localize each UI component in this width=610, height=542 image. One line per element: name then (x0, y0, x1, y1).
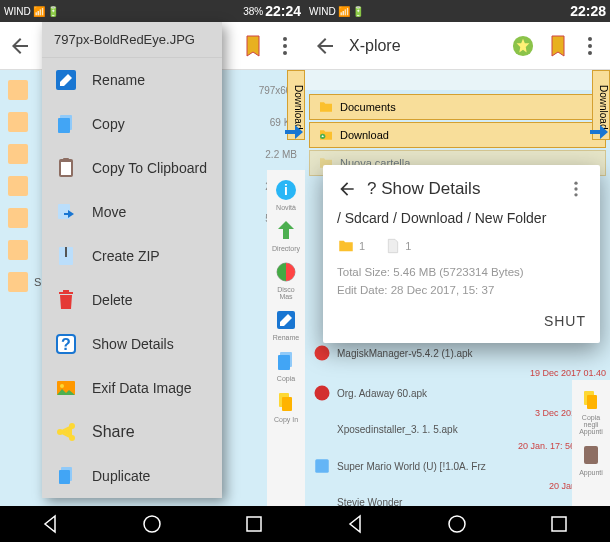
svg-point-0 (283, 37, 287, 41)
file-row[interactable]: Xposedinstaller_3. 1. 5.apk (309, 418, 606, 441)
dialog-overflow-icon[interactable] (566, 179, 586, 199)
menu-label: Share (92, 423, 135, 441)
svg-rect-42 (587, 395, 597, 409)
svg-rect-19 (65, 247, 67, 257)
sidebar-item[interactable]: Directory (270, 219, 302, 252)
svg-point-47 (449, 516, 465, 532)
carrier-label: WIND (4, 6, 31, 17)
star-icon[interactable] (512, 35, 534, 57)
nav-back-icon[interactable] (39, 512, 63, 536)
menu-item-duplicate[interactable]: Duplicate (42, 454, 222, 498)
nav-home-icon[interactable] (140, 512, 164, 536)
status-icons: 📶 🔋 (33, 6, 60, 17)
svg-rect-30 (59, 470, 70, 484)
menu-label: Copy (92, 116, 125, 132)
dialog-path: / Sdcard / Download / New Folder (337, 209, 586, 229)
sidebar: iNovità Directory Disco Mas Rename Copia… (267, 170, 305, 512)
sidebar: Copia negli Appunti Appunti (572, 380, 610, 512)
svg-point-1 (283, 44, 287, 48)
folder-row[interactable]: Download (309, 122, 606, 148)
status-time: 22:28 (570, 3, 606, 19)
menu-item-details[interactable]: ? Show Details (42, 322, 222, 366)
nav-back-icon[interactable] (344, 512, 368, 536)
nav-recent-icon[interactable] (242, 512, 266, 536)
menu-item-clipboard[interactable]: Copy To Clipboard (42, 146, 222, 190)
sidebar-item[interactable]: Rename (270, 308, 302, 341)
svg-point-38 (315, 346, 330, 361)
svg-point-23 (60, 384, 64, 388)
sidebar-item[interactable]: iNovità (270, 178, 302, 211)
copy-icon (54, 112, 78, 136)
menu-item-zip[interactable]: Create ZIP (42, 234, 222, 278)
svg-rect-43 (584, 446, 598, 464)
back-icon[interactable] (8, 34, 32, 58)
clipboard-icon (54, 156, 78, 180)
folder-count: 1 (337, 237, 365, 255)
carrier-label: WIND (309, 6, 336, 17)
folder-row[interactable]: Documents (309, 94, 606, 120)
back-icon[interactable] (313, 34, 337, 58)
dialog-back-icon[interactable] (337, 179, 357, 199)
bookmark-icon[interactable] (546, 34, 570, 58)
move-icon (54, 200, 78, 224)
sidebar-item[interactable]: Copia negli Appunti (575, 388, 607, 435)
date-line: Edit Date: 28 Dec 2017, 15: 37 (337, 281, 586, 299)
svg-rect-8 (278, 355, 290, 370)
sidebar-item[interactable]: Copy In (270, 390, 302, 423)
size-line: Total Size: 5.46 MB (5723314 Bytes) (337, 263, 586, 281)
svg-text:?: ? (61, 336, 71, 353)
menu-label: Show Details (92, 336, 174, 352)
svg-point-45 (574, 187, 577, 190)
overflow-menu-icon[interactable] (273, 34, 297, 58)
menu-item-move[interactable]: Move (42, 190, 222, 234)
menu-label: Delete (92, 292, 132, 308)
arrow-right-icon (281, 120, 305, 144)
menu-label: Move (92, 204, 126, 220)
menu-item-share[interactable]: Share (42, 410, 222, 454)
file-row[interactable]: Super Mario World (U) [!1.0A. Frz (309, 451, 606, 481)
svg-rect-13 (58, 118, 70, 133)
status-bar: WIND 📶 🔋 22:28 (305, 0, 610, 22)
bookmark-icon[interactable] (241, 34, 265, 58)
svg-point-36 (588, 51, 592, 55)
menu-label: Rename (92, 72, 145, 88)
file-count: 1 (385, 237, 411, 255)
page-title: X-plore (349, 37, 508, 55)
svg-point-44 (574, 182, 577, 185)
menu-item-exif[interactable]: Exif Data Image (42, 366, 222, 410)
menu-item-rename[interactable]: Rename (42, 58, 222, 102)
nav-bar (0, 506, 305, 542)
context-menu: 797px-BoldRedEye.JPG Rename Copy Copy To… (42, 22, 222, 498)
nav-bar (305, 506, 610, 542)
dialog-title: ? Show Details (367, 179, 566, 199)
menu-label: Exif Data Image (92, 380, 192, 396)
nav-home-icon[interactable] (445, 512, 469, 536)
share-icon (54, 420, 78, 444)
info-icon: ? (54, 332, 78, 356)
svg-rect-48 (552, 517, 566, 531)
svg-point-31 (144, 516, 160, 532)
svg-point-2 (283, 51, 287, 55)
svg-rect-40 (315, 459, 329, 473)
app-bar: X-plore (305, 22, 610, 70)
menu-item-delete[interactable]: Delete (42, 278, 222, 322)
overflow-menu-icon[interactable] (578, 34, 602, 58)
dialog-close-button[interactable]: SHUT (337, 313, 586, 329)
details-dialog: ? Show Details / Sdcard / Download / New… (323, 165, 600, 343)
menu-label: Create ZIP (92, 248, 160, 264)
sidebar-item[interactable]: Copia (270, 349, 302, 382)
svg-text:i: i (284, 182, 288, 198)
status-icons: 📶 🔋 (338, 6, 365, 17)
file-row[interactable]: Org. Adaway 60.apk (309, 378, 606, 408)
menu-item-copy[interactable]: Copy (42, 102, 222, 146)
svg-rect-32 (247, 517, 261, 531)
nav-recent-icon[interactable] (547, 512, 571, 536)
status-bar: WIND 📶 🔋 38% 22:24 (0, 0, 305, 22)
delete-icon (54, 288, 78, 312)
sidebar-item[interactable]: Appunti (575, 443, 607, 476)
left-screenshot: WIND 📶 🔋 38% 22:24 797px-BoldRedEye.JPG … (0, 0, 305, 542)
menu-label: Copy To Clipboard (92, 160, 207, 176)
svg-point-39 (315, 386, 330, 401)
sidebar-item[interactable]: Disco Mas (270, 260, 302, 300)
zip-icon (54, 244, 78, 268)
